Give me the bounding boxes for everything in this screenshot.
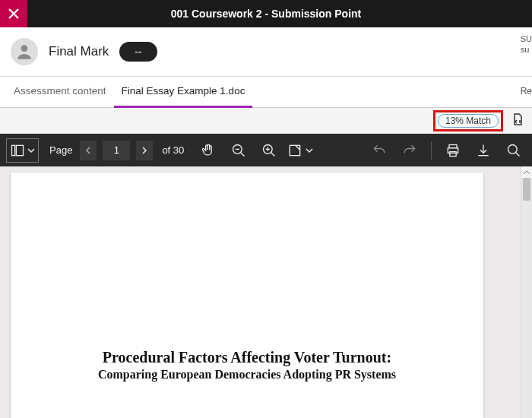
student-bar: Final Mark -- SU su [0, 27, 532, 77]
download-icon [476, 143, 491, 158]
print-icon [445, 143, 461, 158]
separator [431, 141, 432, 160]
sidebar-icon [10, 143, 25, 158]
chevron-up-icon [523, 169, 530, 176]
redo-button[interactable] [397, 138, 422, 163]
pan-button[interactable] [196, 138, 220, 163]
tabs-right-cut: Re [521, 86, 532, 97]
chevron-down-icon [27, 147, 35, 154]
tab-assessment-content[interactable]: Assessment content [6, 77, 114, 107]
svg-line-7 [271, 152, 275, 156]
print-button[interactable] [441, 138, 465, 163]
svg-rect-2 [16, 145, 23, 155]
zoom-out-button[interactable] [226, 138, 251, 163]
svg-point-0 [21, 45, 28, 52]
scroll-up-button[interactable] [521, 166, 532, 178]
scrollbar[interactable] [521, 166, 532, 418]
svg-point-14 [508, 144, 518, 154]
hand-icon [201, 143, 216, 158]
user-icon [14, 42, 34, 62]
titlebar: 001 Coursework 2 - Submission Point [0, 0, 532, 27]
match-badge[interactable]: 13% Match [438, 114, 499, 128]
scroll-thumb[interactable] [523, 178, 530, 201]
document-page: Procedural Factors Affecting Voter Turno… [11, 173, 483, 418]
svg-rect-10 [290, 145, 300, 155]
page-label: Page [49, 144, 72, 156]
panel-toggle-button[interactable] [6, 138, 39, 163]
page-title: 001 Coursework 2 - Submission Point [171, 8, 362, 20]
zoom-out-icon [231, 143, 246, 158]
chevron-left-icon [84, 147, 92, 154]
svg-rect-1 [12, 145, 15, 155]
download-button[interactable] [471, 138, 496, 163]
match-row: 13% Match [0, 108, 532, 134]
student-name: Final Mark [49, 44, 109, 59]
avatar [11, 38, 38, 65]
zoom-in-button[interactable] [257, 138, 281, 163]
close-button[interactable] [0, 0, 27, 27]
next-page-button[interactable] [136, 141, 153, 160]
mark-pill[interactable]: -- [119, 42, 157, 62]
tab-file[interactable]: Final Essay Example 1.doc [114, 77, 253, 107]
redo-icon [402, 143, 417, 158]
originality-icon[interactable] [511, 112, 524, 129]
undo-icon [372, 143, 387, 158]
zoom-in-icon [261, 143, 277, 158]
page-total: of 30 [162, 144, 184, 156]
cut-line2: su [521, 44, 532, 55]
svg-line-15 [516, 152, 520, 156]
chevron-down-icon [306, 147, 313, 154]
prev-page-button[interactable] [80, 141, 97, 160]
right-panel-cut: SU su [521, 33, 532, 55]
chevron-right-icon [141, 147, 148, 154]
viewer-toolbar: Page of 30 [0, 134, 532, 166]
document-title: Procedural Factors Affecting Voter Turno… [11, 349, 483, 366]
match-highlight: 13% Match [433, 110, 503, 131]
fit-icon [287, 143, 302, 158]
cut-line1: SU [521, 33, 532, 44]
document-subtitle: Comparing European Democracies Adopting … [11, 368, 483, 382]
search-button[interactable] [502, 138, 526, 163]
tabs: Assessment content Final Essay Example 1… [0, 77, 532, 108]
search-icon [506, 143, 521, 158]
close-icon [8, 8, 20, 20]
svg-line-4 [241, 152, 245, 156]
svg-rect-13 [450, 151, 456, 156]
page-number-input[interactable] [103, 141, 130, 160]
fit-button[interactable] [287, 138, 313, 163]
document-viewport[interactable]: Procedural Factors Affecting Voter Turno… [0, 166, 532, 418]
undo-button[interactable] [367, 138, 391, 163]
